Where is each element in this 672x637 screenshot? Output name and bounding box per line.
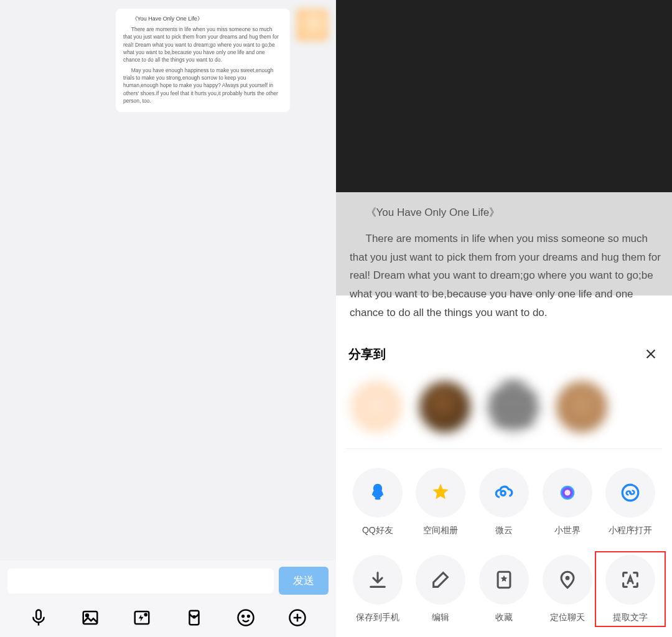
redpacket-icon[interactable] [184,607,205,628]
share-action-weiyun[interactable]: 微云 [472,468,536,536]
share-action-grid: QQ好友 空间相册 微云 小世界 小程序打开 保存到手机 [346,468,662,623]
share-action-favorite[interactable]: 收藏 [472,555,536,623]
plus-icon[interactable] [287,607,308,628]
svg-point-13 [564,490,570,495]
share-action-qq-friends[interactable]: QQ好友 [346,468,409,536]
image-viewer-pane: 《You Have Only One Life》 There are momen… [336,0,672,637]
svg-rect-0 [36,610,41,620]
weiyun-icon [493,482,515,503]
svg-point-11 [501,491,505,495]
share-action-label: 提取文字 [613,612,648,623]
viewer-title: 《You Have Only One Life》 [350,203,662,222]
share-action-save-to-phone[interactable]: 保存到手机 [346,555,409,623]
voice-icon[interactable] [28,607,49,628]
avatar[interactable] [296,9,329,41]
share-contact[interactable] [488,381,539,432]
share-action-edit[interactable]: 编辑 [409,555,473,623]
message-paragraph: May you have enough happiness to make yo… [123,67,282,105]
qq-icon [367,482,388,503]
svg-point-9 [248,615,250,617]
message-title: 《You Have Only One Life》 [123,15,282,23]
message-input[interactable] [7,569,274,593]
chat-toolbar [7,603,329,637]
share-action-miniprogram[interactable]: 小程序打开 [599,468,662,536]
photo-icon[interactable] [80,607,101,628]
message-row: 《You Have Only One Life》 There are momen… [7,9,329,112]
share-sheet: 分享到 QQ好友 空间相册 微云 [336,332,672,637]
small-world-icon [557,482,578,503]
camera-flash-icon[interactable] [131,607,152,628]
close-button[interactable] [642,345,660,363]
bookmark-star-icon [493,569,515,590]
chat-input-bar: 发送 [0,560,336,637]
send-button[interactable]: 发送 [279,567,329,595]
svg-point-7 [238,610,253,626]
share-action-label: 小程序打开 [609,525,652,536]
share-action-label: 收藏 [495,612,513,623]
miniprogram-icon [620,482,641,503]
close-icon [644,347,658,361]
share-contact[interactable] [419,381,470,432]
svg-point-8 [242,615,244,617]
message-bubble[interactable]: 《You Have Only One Life》 There are momen… [116,9,290,112]
share-contact[interactable] [556,381,607,432]
svg-point-6 [193,616,195,618]
share-action-label: 保存到手机 [356,612,399,623]
share-action-locate-chat[interactable]: 定位聊天 [536,555,599,623]
share-action-small-world[interactable]: 小世界 [536,468,599,536]
download-icon [367,569,388,590]
share-action-qzone-album[interactable]: 空间相册 [409,468,473,536]
location-pin-icon [557,569,578,590]
chat-scroll[interactable]: 《You Have Only One Life》 There are momen… [0,0,336,560]
emoji-icon[interactable] [235,607,256,628]
qzone-icon [430,482,451,503]
message-paragraph: There are moments in life when you miss … [123,26,282,64]
share-action-label: 微云 [495,525,513,536]
svg-rect-1 [83,611,98,624]
svg-point-16 [565,576,569,580]
ocr-icon [620,569,641,590]
share-contact[interactable] [351,381,402,432]
share-contacts-row [346,363,662,449]
image-viewer-blackspace[interactable] [336,0,672,192]
share-sheet-title: 分享到 [348,346,386,363]
share-action-label: 编辑 [432,612,449,623]
share-action-label: QQ好友 [362,525,393,536]
share-action-extract-text[interactable]: 提取文字 [599,555,662,623]
share-action-label: 小世界 [554,525,581,536]
svg-point-4 [145,613,147,615]
share-action-label: 定位聊天 [550,612,585,623]
chat-pane: 《You Have Only One Life》 There are momen… [0,0,336,637]
share-action-label: 空间相册 [423,525,458,536]
edit-icon [430,569,451,590]
viewer-paragraph: There are moments in life when you miss … [350,230,662,322]
svg-point-2 [86,614,88,616]
